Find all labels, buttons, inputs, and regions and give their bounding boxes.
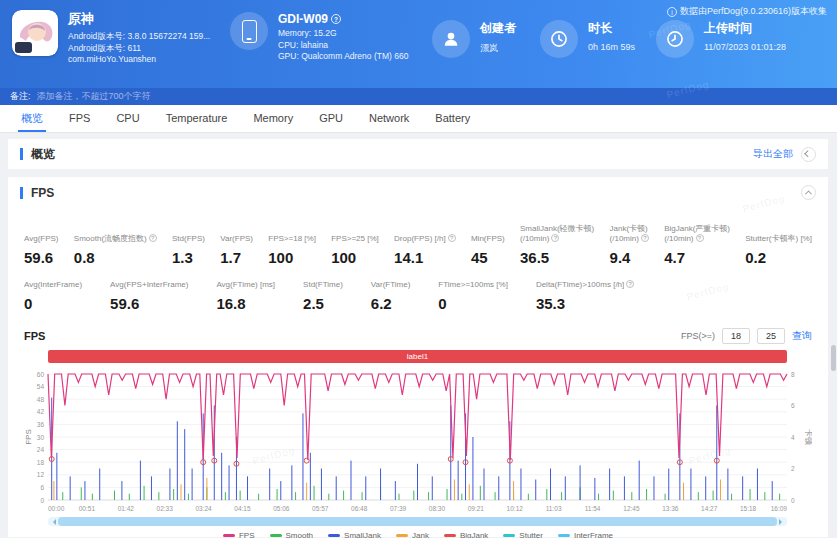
help-icon[interactable]: ? — [696, 234, 704, 242]
metric-bigjank: BigJank(严重卡顿)(/10min)?4.7 — [664, 224, 730, 266]
metric-stutter: Stutter(卡顿率) [%]0.2 — [745, 224, 812, 266]
legend-item-stutter[interactable]: Stutter — [503, 531, 543, 538]
title-accent-bar — [20, 148, 23, 160]
metric-value: 14.1 — [394, 249, 456, 266]
svg-text:08:30: 08:30 — [429, 505, 446, 512]
metric-value: 36.5 — [520, 249, 594, 266]
upload-clock-icon — [656, 20, 694, 58]
fps-collapse-button[interactable] — [801, 185, 816, 200]
tab-temperature[interactable]: Temperature — [153, 105, 241, 132]
legend-item-fps[interactable]: FPS — [223, 531, 255, 538]
metric-label: Jank(卡顿)(/10min)? — [610, 224, 649, 244]
scrollbar-thumb[interactable] — [58, 517, 777, 526]
chart-legend: FPSSmoothSmallJankJankBigJankStutterInte… — [24, 531, 812, 538]
fps-section-title: FPS — [31, 186, 54, 200]
tab-overview[interactable]: 概览 — [8, 105, 56, 132]
scroll-left-arrow[interactable] — [50, 519, 56, 525]
fps-threshold-max-input[interactable] — [757, 328, 785, 344]
svg-text:09:21: 09:21 — [468, 505, 485, 512]
metric-label: Std(FTime) — [303, 280, 343, 290]
page-scrollbar-thumb[interactable] — [831, 345, 836, 371]
upload-time-value: 11/07/2023 01:01:28 — [704, 42, 786, 52]
help-icon[interactable]: ? — [626, 280, 634, 288]
note-placeholder: 添加备注，不超过700个字符 — [37, 90, 151, 103]
tab-memory[interactable]: Memory — [240, 105, 306, 132]
tab-battery[interactable]: Battery — [422, 105, 483, 132]
export-all-link[interactable]: 导出全部 — [753, 147, 793, 161]
metric-value: 1.3 — [172, 249, 205, 266]
svg-text:13:36: 13:36 — [662, 505, 679, 512]
metric-value: 59.6 — [24, 249, 59, 266]
svg-text:07:39: 07:39 — [390, 505, 407, 512]
svg-text:05:57: 05:57 — [312, 505, 329, 512]
legend-swatch — [223, 534, 235, 537]
metric-label: Avg(FPS) — [24, 224, 59, 244]
svg-text:04:15: 04:15 — [234, 505, 251, 512]
svg-text:8: 8 — [791, 371, 795, 378]
legend-item-interframe[interactable]: InterFrame — [558, 531, 613, 538]
app-version-code: Android版本号: 611 — [68, 43, 210, 55]
metric-ftime-100ms: FTime>=100ms [%]0 — [438, 280, 508, 312]
svg-text:卡顿: 卡顿 — [804, 429, 812, 445]
legend-swatch — [503, 534, 515, 537]
query-button[interactable]: 查询 — [792, 329, 812, 343]
overview-collapse-button[interactable] — [801, 147, 816, 162]
device-help-icon[interactable]: ? — [331, 14, 341, 24]
metric-avg-ftime-ms: Avg(FTime) [ms]16.8 — [216, 280, 275, 312]
svg-text:48: 48 — [37, 396, 45, 403]
help-icon[interactable]: ? — [641, 234, 649, 242]
fps-chart-header: FPS FPS(>=) 查询 — [24, 328, 812, 344]
svg-text:2: 2 — [791, 465, 795, 472]
chart-horizontal-scrollbar[interactable] — [48, 517, 787, 526]
legend-item-smooth[interactable]: Smooth — [270, 531, 314, 538]
help-icon[interactable]: ? — [448, 234, 456, 242]
metric-label: Smooth(流畅度指数)? — [74, 224, 157, 244]
fps-threshold-min-input[interactable] — [722, 328, 750, 344]
legend-item-smalljank[interactable]: SmallJank — [328, 531, 381, 538]
svg-text:30: 30 — [37, 434, 45, 441]
svg-text:4: 4 — [791, 434, 795, 441]
tab-gpu[interactable]: GPU — [306, 105, 356, 132]
collector-version-text: 数据由PerfDog(9.0.230616)版本收集 — [680, 5, 827, 18]
fps-chart[interactable]: 0612182430364248546002468FPS卡顿00:0000:51… — [24, 366, 812, 514]
scroll-right-arrow[interactable] — [779, 519, 785, 525]
overview-title-wrap: 概览 — [20, 146, 55, 163]
tab-network[interactable]: Network — [356, 105, 422, 132]
duration-value: 0h 16m 59s — [588, 42, 635, 52]
creator-value: 漂岚 — [480, 42, 516, 55]
fps-filter-controls: FPS(>=) 查询 — [681, 328, 812, 344]
fps-metrics-row-2: Avg(InterFrame)0Avg(FPS+InterFrame)59.6A… — [8, 280, 828, 312]
note-label: 备注: — [10, 90, 31, 103]
help-icon[interactable]: ? — [149, 234, 157, 242]
metric-value: 1.7 — [220, 249, 253, 266]
note-bar[interactable]: 备注: 添加备注，不超过700个字符 — [0, 88, 837, 105]
legend-swatch — [444, 534, 456, 537]
help-icon[interactable]: ? — [551, 234, 559, 242]
chart-label-banner: label1 — [48, 350, 787, 363]
app-version-name: Android版本号: 3.8.0 15672274 159... — [68, 31, 210, 43]
device-memory: Memory: 15.2G — [278, 28, 408, 40]
metric-label: Avg(InterFrame) — [24, 280, 82, 290]
svg-text:14:27: 14:27 — [701, 505, 718, 512]
svg-text:0: 0 — [791, 497, 795, 504]
legend-item-bigjank[interactable]: BigJank — [444, 531, 488, 538]
svg-text:00:00: 00:00 — [48, 505, 65, 512]
tab-fps[interactable]: FPS — [56, 105, 103, 132]
metric-value: 0.2 — [745, 249, 812, 266]
svg-text:60: 60 — [37, 371, 45, 378]
svg-text:11:03: 11:03 — [546, 505, 562, 512]
metric-value: 100 — [268, 249, 316, 266]
svg-text:10:12: 10:12 — [507, 505, 524, 512]
metric-value: 100 — [331, 249, 379, 266]
device-gpu: GPU: Qualcomm Adreno (TM) 660 — [278, 51, 408, 63]
tab-cpu[interactable]: CPU — [103, 105, 152, 132]
svg-text:15:18: 15:18 — [740, 505, 757, 512]
svg-text:FPS: FPS — [24, 429, 33, 445]
metric-value: 59.6 — [110, 295, 188, 312]
metric-min-fps: Min(FPS)45 — [471, 224, 505, 266]
svg-text:42: 42 — [37, 408, 45, 415]
device-icon — [230, 12, 268, 50]
metric-label: FPS>=18 [%] — [268, 224, 316, 244]
legend-item-jank[interactable]: Jank — [396, 531, 429, 538]
legend-swatch — [328, 534, 340, 537]
